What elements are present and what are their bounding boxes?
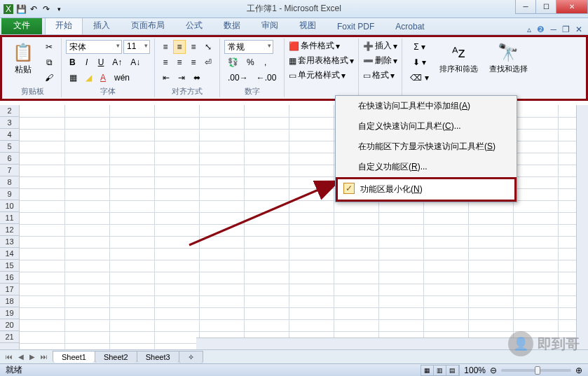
conditional-format-button[interactable]: 🟥条件格式 ▾ — [289, 40, 340, 52]
row-header[interactable]: 6 — [0, 153, 19, 165]
row-header[interactable]: 13 — [0, 236, 19, 248]
row-header[interactable]: 19 — [0, 307, 19, 319]
wrap-text-icon[interactable]: ⏎ — [201, 55, 215, 69]
grow-font-icon[interactable]: A↑ — [109, 55, 125, 69]
row-header[interactable]: 16 — [0, 272, 19, 284]
tab-view[interactable]: 视图 — [289, 16, 327, 34]
insert-cells-button[interactable]: ➕插入 ▾ — [363, 40, 397, 52]
undo-icon[interactable]: ↶ — [28, 4, 39, 15]
phonetic-icon[interactable]: wén — [111, 71, 133, 85]
border-icon[interactable]: ▦ — [66, 71, 81, 85]
sheet-tab[interactable]: Sheet3 — [137, 351, 179, 363]
last-sheet-icon[interactable]: ⏭ — [38, 353, 50, 361]
ctx-minimize-ribbon[interactable]: ✓ 功能区最小化(N) — [336, 177, 517, 202]
underline-button[interactable]: U — [95, 55, 108, 69]
tab-data[interactable]: 数据 — [213, 16, 251, 34]
font-size-combo[interactable]: 11 — [123, 40, 150, 54]
cell-styles-button[interactable]: ▭单元格样式 ▾ — [289, 69, 346, 81]
tab-review[interactable]: 审阅 — [251, 16, 289, 34]
align-middle-icon[interactable]: ≡ — [173, 40, 186, 54]
row-header[interactable]: 3 — [0, 117, 19, 129]
minimize-button[interactable]: ─ — [515, 0, 536, 14]
zoom-level[interactable]: 100% — [464, 365, 486, 375]
clear-icon[interactable]: ⌫ ▾ — [406, 71, 432, 85]
shrink-font-icon[interactable]: A↓ — [127, 55, 144, 69]
row-header[interactable]: 18 — [0, 295, 19, 307]
vertical-scrollbar[interactable] — [576, 105, 588, 349]
page-layout-icon[interactable]: ▥ — [434, 365, 446, 375]
bold-button[interactable]: B — [66, 55, 79, 69]
font-color-icon[interactable]: A — [97, 71, 109, 85]
doc-minimize-icon[interactable]: ─ — [550, 25, 556, 34]
redo-icon[interactable]: ↷ — [41, 4, 52, 15]
decrease-decimal-icon[interactable]: ←.00 — [253, 71, 280, 85]
zoom-out-button[interactable]: ⊖ — [490, 365, 497, 375]
row-header[interactable]: 17 — [0, 284, 19, 295]
autosum-icon[interactable]: Σ ▾ — [406, 40, 432, 54]
paste-button[interactable]: 📋 粘贴 — [8, 40, 39, 77]
tab-foxit[interactable]: Foxit PDF — [327, 18, 385, 34]
ctx-add-to-qat[interactable]: 在快速访问工具栏中添加组(A) — [336, 96, 517, 116]
fill-color-icon[interactable]: ◢ — [82, 71, 95, 85]
zoom-slider[interactable] — [501, 369, 571, 372]
tab-acrobat[interactable]: Acrobat — [385, 18, 435, 34]
new-sheet-button[interactable]: ✧ — [179, 351, 203, 363]
page-break-icon[interactable]: ▤ — [446, 365, 459, 375]
format-cells-button[interactable]: ▭格式 ▾ — [363, 69, 395, 81]
ctx-show-qat-below[interactable]: 在功能区下方显示快速访问工具栏(S) — [336, 137, 517, 157]
sheet-tab[interactable]: Sheet1 — [53, 351, 95, 363]
tab-formulas[interactable]: 公式 — [175, 16, 213, 34]
number-format-combo[interactable]: 常规 — [224, 40, 273, 54]
percent-icon[interactable]: % — [243, 55, 258, 69]
row-header[interactable]: 9 — [0, 188, 19, 200]
row-header[interactable]: 5 — [0, 141, 19, 153]
tab-file[interactable]: 文件 — [1, 16, 42, 34]
ctx-customize-ribbon[interactable]: 自定义功能区(R)... — [336, 157, 517, 177]
increase-decimal-icon[interactable]: .00→ — [224, 71, 252, 85]
row-header[interactable]: 14 — [0, 248, 19, 260]
row-header[interactable]: 7 — [0, 165, 19, 176]
prev-sheet-icon[interactable]: ◀ — [15, 353, 27, 361]
row-header[interactable]: 15 — [0, 260, 19, 272]
sort-filter-button[interactable]: ᴬz 排序和筛选 — [435, 40, 482, 76]
minimize-ribbon-icon[interactable]: ▵ — [527, 25, 531, 34]
row-header[interactable]: 11 — [0, 212, 19, 224]
delete-cells-button[interactable]: ➖删除 ▾ — [363, 55, 397, 67]
tab-layout[interactable]: 页面布局 — [121, 16, 175, 34]
cut-icon[interactable]: ✂ — [41, 40, 57, 54]
orientation-icon[interactable]: ⤡ — [201, 40, 215, 54]
zoom-thumb[interactable] — [535, 366, 540, 375]
row-header[interactable]: 10 — [0, 200, 19, 212]
row-header[interactable]: 21 — [0, 331, 19, 343]
maximize-button[interactable]: ☐ — [535, 0, 556, 14]
sheet-tab[interactable]: Sheet2 — [95, 351, 137, 363]
row-header[interactable]: 12 — [0, 224, 19, 236]
row-header[interactable]: 4 — [0, 129, 19, 141]
comma-icon[interactable]: , — [259, 55, 272, 69]
copy-icon[interactable]: ⧉ — [41, 55, 57, 69]
align-center-icon[interactable]: ≡ — [173, 55, 186, 69]
decrease-indent-icon[interactable]: ⇤ — [159, 71, 173, 85]
row-header[interactable]: 20 — [0, 319, 19, 331]
format-painter-icon[interactable]: 🖌 — [41, 71, 57, 85]
doc-close-icon[interactable]: ✕ — [575, 25, 582, 34]
tab-home[interactable]: 开始 — [45, 16, 83, 34]
format-table-button[interactable]: ▦套用表格格式 ▾ — [289, 55, 354, 67]
qat-dropdown-icon[interactable]: ▾ — [53, 4, 64, 15]
row-header[interactable]: 2 — [0, 105, 19, 117]
zoom-in-button[interactable]: ⊕ — [575, 365, 582, 375]
align-top-icon[interactable]: ≡ — [159, 40, 172, 54]
ctx-customize-qat[interactable]: 自定义快速访问工具栏(C)... — [336, 116, 517, 137]
save-icon[interactable]: 💾 — [15, 4, 27, 15]
close-button[interactable]: ✕ — [556, 0, 588, 14]
align-right-icon[interactable]: ≡ — [187, 55, 200, 69]
merge-icon[interactable]: ⬌ — [190, 71, 204, 85]
font-name-combo[interactable]: 宋体 — [66, 40, 122, 54]
currency-icon[interactable]: 💱 — [224, 55, 242, 69]
fill-icon[interactable]: ⬇ ▾ — [406, 55, 432, 69]
normal-view-icon[interactable]: ▦ — [421, 365, 434, 375]
increase-indent-icon[interactable]: ⇥ — [175, 71, 189, 85]
find-select-button[interactable]: 🔭 查找和选择 — [485, 40, 532, 76]
tab-insert[interactable]: 插入 — [83, 16, 121, 34]
help-icon[interactable]: ❷ — [537, 25, 545, 34]
